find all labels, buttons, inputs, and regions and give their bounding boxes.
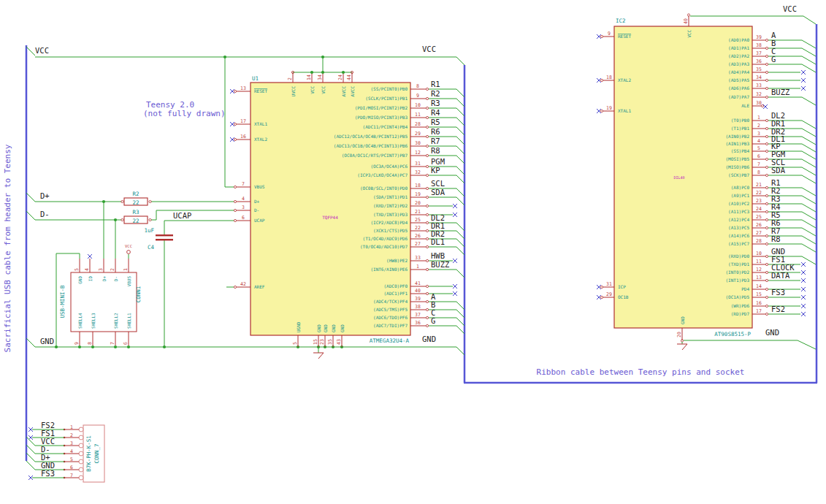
pin-name: SHELL1 — [126, 313, 131, 329]
pin-number: 10 — [415, 102, 421, 108]
ic-body-u1[interactable] — [251, 83, 410, 335]
component-ref[interactable]: IC2 — [616, 18, 626, 24]
pin-name: (XCK1/CTS)PD5 — [373, 228, 408, 233]
pin-end-circle — [426, 145, 428, 147]
net-label[interactable]: FS3 — [41, 469, 55, 478]
pin-name: RESET — [254, 88, 267, 93]
net-label[interactable]: SDA — [771, 166, 786, 175]
pin-number: 22 — [756, 190, 762, 196]
pin-name: (ADC7/TDI)PF7 — [373, 323, 408, 328]
component-part[interactable]: AT90S8515-P — [714, 331, 751, 337]
pin-number: 5 — [74, 268, 80, 271]
pin-end-circle — [426, 154, 428, 156]
net-label-dminus[interactable]: D- — [40, 210, 50, 218]
connector-pin-circle — [79, 467, 83, 472]
capacitor-plate[interactable] — [156, 234, 173, 236]
junction-dot — [127, 345, 130, 348]
net-label[interactable]: R6 — [431, 127, 440, 136]
net-label[interactable]: G — [431, 316, 435, 325]
pin-end-circle — [765, 226, 768, 229]
net-label[interactable]: G — [771, 55, 776, 64]
net-label-gnd[interactable]: GND — [765, 328, 779, 337]
net-label[interactable]: R3 — [431, 99, 440, 107]
pin-end-circle — [765, 202, 768, 205]
pin-name: D- — [113, 276, 118, 281]
pin-number: 24 — [756, 206, 762, 212]
net-label[interactable]: DATA — [771, 271, 790, 280]
pin-name: (ADC4/TCK)PF4 — [373, 299, 408, 304]
pin-end-circle — [426, 229, 428, 232]
pin-end-circle — [121, 218, 123, 221]
pin-number: 1 — [123, 268, 129, 271]
pin-number: 36 — [756, 58, 762, 64]
net-label[interactable]: R5 — [431, 118, 440, 126]
gnd-symbol-icon — [677, 344, 687, 350]
pin-number: 38 — [756, 42, 762, 48]
pin-number: 15 — [313, 339, 318, 345]
pin-number: 29 — [606, 291, 612, 297]
net-label-ucap[interactable]: UCAP — [173, 211, 191, 220]
pin-name: XTAL2 — [618, 77, 631, 83]
pin-number: 11 — [756, 259, 762, 264]
connector-pin-circle — [79, 459, 83, 464]
pin-end-circle — [426, 300, 428, 302]
resistor-value: 22 — [132, 199, 139, 206]
component-part[interactable]: ATMEGA32U4-A — [370, 337, 410, 344]
net-label-vcc[interactable]: VCC — [35, 46, 49, 55]
net-label-gnd[interactable]: GND — [422, 335, 436, 343]
pin-number: 19 — [415, 191, 421, 197]
net-label[interactable]: SCL — [431, 179, 445, 188]
note-sacrificial-usb[interactable]: Sacrificial USB cable from header to Tee… — [3, 144, 12, 352]
net-label-vcc[interactable]: VCC — [783, 4, 797, 13]
pin-end-circle — [765, 296, 768, 298]
net-label[interactable]: SDA — [431, 188, 445, 196]
capacitor-plate[interactable] — [156, 239, 173, 240]
net-label[interactable]: R4 — [431, 108, 440, 117]
net-label[interactable]: BUZZ — [431, 260, 449, 269]
pin-name: (T1)PB1 — [731, 126, 750, 131]
net-label[interactable]: DL1 — [431, 237, 445, 246]
pin-name: SHELL2 — [113, 313, 118, 329]
pin-number: 6 — [242, 215, 245, 221]
net-label-gnd[interactable]: GND — [40, 337, 54, 345]
pin-number: 21 — [415, 209, 421, 215]
net-label-dplus[interactable]: D+ — [40, 191, 50, 200]
net-label[interactable]: R1 — [431, 80, 440, 88]
pin-name: (ICP2/ADC8)PD4 — [370, 220, 408, 225]
net-label[interactable]: FS2 — [771, 305, 785, 313]
net-label[interactable]: R7 — [431, 137, 440, 145]
net-label-vcc[interactable]: VCC — [422, 45, 436, 53]
pin-name: (MOSI)PB5 — [725, 156, 749, 161]
net-label[interactable]: PGM — [431, 157, 445, 166]
pin-name: (ADC12/OC1A/OC4B/PCINT12)PB5 — [334, 134, 408, 139]
bus-entry — [803, 16, 816, 24]
pin-end-circle — [426, 324, 428, 327]
bus-entry — [802, 212, 816, 220]
net-label[interactable]: R2 — [431, 89, 440, 98]
net-label[interactable]: R8 — [771, 234, 781, 243]
bus-entry — [802, 159, 816, 167]
pin-number: 39 — [415, 296, 421, 302]
pin-end-circle — [765, 79, 768, 81]
pin-number: 17 — [240, 118, 246, 124]
net-label[interactable]: HWB — [431, 251, 445, 260]
pin-number: 5 — [757, 145, 760, 151]
net-label[interactable]: R8 — [431, 146, 440, 155]
note-ribbon[interactable]: Ribbon cable between Teensy pins and soc… — [537, 367, 745, 377]
pin-name: (INT0)PD2 — [725, 270, 749, 275]
bus-entry — [802, 64, 816, 72]
pin-number: 14 — [306, 75, 312, 80]
pin-number: 32 — [415, 169, 421, 175]
net-label[interactable]: FS3 — [771, 288, 785, 297]
pin-number: 8 — [757, 169, 760, 175]
bus-entry — [456, 146, 464, 154]
pin-end-circle — [600, 35, 603, 37]
note-teensy-2[interactable]: (not fully drawn) — [143, 109, 226, 118]
component-ref[interactable]: U1 — [252, 75, 259, 82]
pin-name: ALE — [741, 103, 749, 108]
pin-name: (AIN0)PB2 — [725, 134, 749, 139]
bus-entry — [802, 175, 816, 183]
pin-name: (RD)PD7 — [731, 311, 750, 316]
net-label[interactable]: KP — [431, 166, 440, 175]
net-label[interactable]: BUZZ — [771, 88, 789, 96]
